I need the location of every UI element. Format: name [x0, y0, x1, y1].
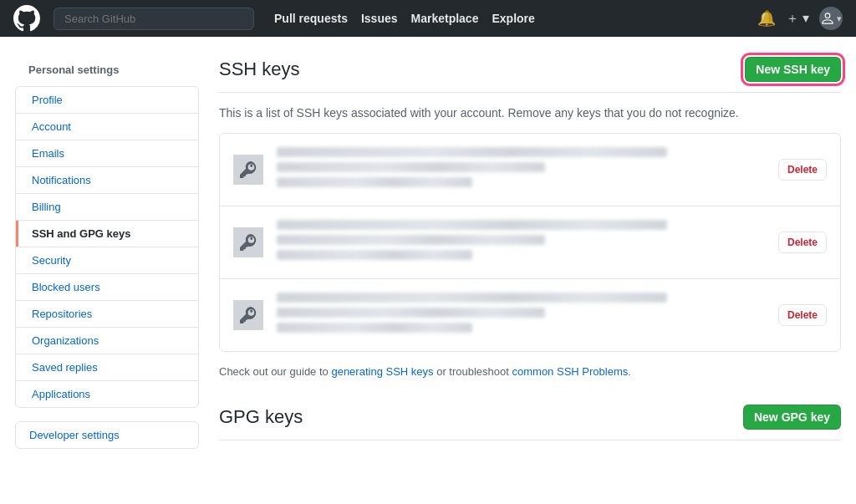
sidebar-item-applications[interactable]: Applications — [16, 380, 198, 407]
sidebar-link-saved[interactable]: Saved replies — [16, 354, 198, 380]
ssh-key-info — [277, 293, 765, 338]
ssh-description: This is a list of SSH keys associated wi… — [219, 106, 841, 120]
sidebar-link-blocked[interactable]: Blocked users — [16, 274, 198, 300]
ssh-key-item: Delete — [220, 134, 840, 206]
ssh-key-info — [277, 147, 765, 192]
generating-ssh-keys-link[interactable]: generating SSH keys — [331, 365, 433, 378]
ssh-key-info — [277, 220, 765, 265]
ssh-key-delete-button[interactable]: Delete — [778, 159, 827, 181]
new-ssh-key-button[interactable]: New SSH key — [745, 57, 841, 82]
sidebar-developer-settings[interactable]: Developer settings — [15, 421, 199, 449]
explore-link[interactable]: Explore — [492, 12, 534, 25]
ssh-guide-text: Check out our guide to generating SSH ke… — [219, 365, 841, 378]
sidebar-link-billing[interactable]: Billing — [16, 194, 198, 220]
sidebar-link-emails[interactable]: Emails — [16, 140, 198, 166]
ssh-section-title: SSH keys — [219, 59, 300, 80]
developer-settings-link[interactable]: Developer settings — [16, 422, 198, 448]
ssh-key-name — [277, 147, 667, 157]
sidebar-title: Personal settings — [15, 57, 199, 83]
sidebar-link-organizations[interactable]: Organizations — [16, 328, 198, 354]
ssh-key-delete-button[interactable]: Delete — [778, 304, 827, 326]
ssh-key-item: Delete — [220, 206, 840, 278]
ssh-key-date — [277, 177, 472, 187]
sidebar-item-emails[interactable]: Emails — [16, 140, 198, 166]
sidebar: Personal settings Profile Account Emails… — [15, 57, 199, 484]
guide-suffix-text: . — [628, 365, 631, 378]
sidebar-item-repositories[interactable]: Repositories — [16, 300, 198, 327]
marketplace-link[interactable]: Marketplace — [411, 12, 479, 25]
page-container: Personal settings Profile Account Emails… — [2, 37, 854, 504]
ssh-key-delete-button[interactable]: Delete — [778, 232, 827, 253]
ssh-key-fingerprint — [277, 235, 545, 245]
ssh-key-fingerprint — [277, 162, 545, 172]
navbar-right: 🔔 ＋ ▾ ▾ — [757, 7, 843, 30]
sidebar-link-profile[interactable]: Profile — [16, 87, 198, 113]
pull-requests-link[interactable]: Pull requests — [274, 12, 348, 25]
guide-prefix-text: Check out our guide to — [219, 365, 331, 378]
sidebar-item-profile[interactable]: Profile — [16, 87, 198, 113]
github-logo[interactable] — [13, 5, 40, 32]
sidebar-item-blocked[interactable]: Blocked users — [16, 273, 198, 300]
issues-link[interactable]: Issues — [361, 12, 398, 25]
gpg-section-header: GPG keys New GPG key — [219, 405, 841, 440]
sidebar-link-repositories[interactable]: Repositories — [16, 301, 198, 327]
guide-middle-text: or troubleshoot — [434, 365, 512, 378]
new-gpg-key-button[interactable]: New GPG key — [743, 405, 841, 430]
sidebar-link-security[interactable]: Security — [16, 247, 198, 273]
ssh-key-name — [277, 220, 667, 230]
ssh-key-date — [277, 250, 472, 260]
ssh-key-icon — [233, 155, 263, 185]
sidebar-item-ssh[interactable]: SSH and GPG keys — [16, 220, 198, 247]
sidebar-item-account[interactable]: Account — [16, 113, 198, 140]
ssh-section-header: SSH keys New SSH key — [219, 57, 841, 93]
sidebar-item-security[interactable]: Security — [16, 247, 198, 273]
sidebar-link-account[interactable]: Account — [16, 114, 198, 140]
ssh-key-fingerprint — [277, 308, 545, 318]
sidebar-link-applications[interactable]: Applications — [16, 381, 198, 407]
notifications-bell-icon[interactable]: 🔔 — [757, 9, 776, 28]
sidebar-item-saved[interactable]: Saved replies — [16, 354, 198, 380]
sidebar-item-notifications[interactable]: Notifications — [16, 166, 198, 193]
gpg-section-title: GPG keys — [219, 406, 303, 428]
ssh-key-date — [277, 323, 472, 333]
sidebar-link-ssh[interactable]: SSH and GPG keys — [16, 221, 198, 247]
search-input[interactable] — [54, 8, 254, 30]
user-avatar-menu[interactable]: ▾ — [819, 7, 843, 30]
common-ssh-problems-link[interactable]: common SSH Problems — [512, 365, 629, 378]
navbar: Pull requests Issues Marketplace Explore… — [0, 0, 856, 37]
ssh-keys-list: Delete Delete — [219, 133, 841, 352]
sidebar-item-organizations[interactable]: Organizations — [16, 327, 198, 354]
ssh-key-icon — [233, 300, 263, 330]
main-content: SSH keys New SSH key This is a list of S… — [219, 57, 841, 484]
ssh-key-name — [277, 293, 667, 303]
navbar-links: Pull requests Issues Marketplace Explore — [274, 12, 535, 25]
sidebar-link-notifications[interactable]: Notifications — [16, 167, 198, 193]
ssh-key-icon — [233, 227, 263, 257]
create-new-icon[interactable]: ＋ ▾ — [786, 10, 809, 28]
sidebar-item-billing[interactable]: Billing — [16, 193, 198, 220]
ssh-key-item: Delete — [220, 278, 840, 351]
sidebar-nav: Profile Account Emails Notifications Bil… — [15, 86, 199, 408]
